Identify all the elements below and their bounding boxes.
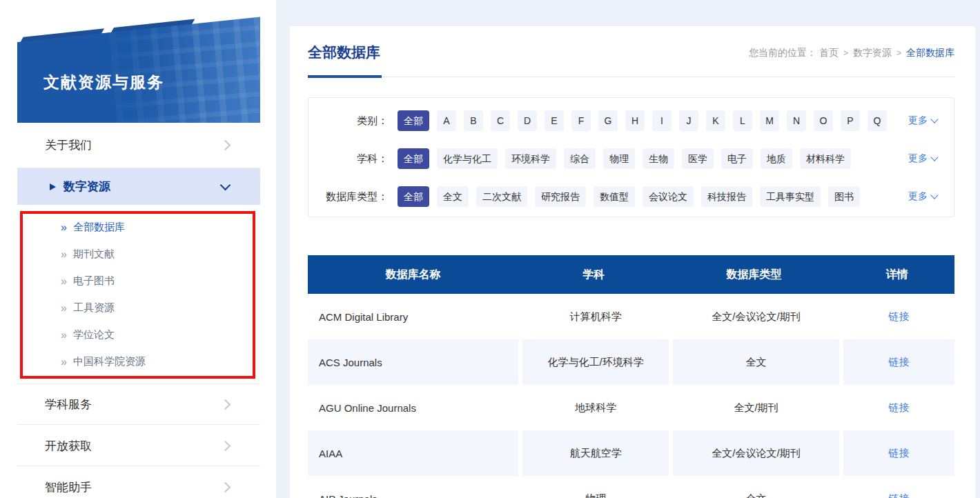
table-row: AIAA航天航空学全文/会议论文/期刊链接 xyxy=(308,430,954,476)
db-type-cell: 全文/期刊 xyxy=(669,385,839,430)
triangle-right-icon xyxy=(50,183,56,190)
sidebar-item-smart-assistant[interactable]: 智能助手 xyxy=(17,467,260,498)
table-body: ACM Digital Library计算机科学全文/会议论文/期刊链接ACS … xyxy=(308,294,954,498)
filter-chip[interactable]: D xyxy=(518,110,537,131)
filter-chip[interactable]: L xyxy=(733,110,752,131)
filter-chip[interactable]: I xyxy=(652,110,672,131)
chevron-down-icon xyxy=(220,179,231,190)
filter-chip[interactable]: 全部 xyxy=(398,148,429,169)
submenu-item-label: 期刊文献 xyxy=(73,248,115,261)
detail-cell: 链接 xyxy=(839,294,954,339)
more-link[interactable]: 更多 xyxy=(908,190,937,203)
filter-chip[interactable]: 综合 xyxy=(564,148,596,169)
db-type-cell: 全文/会议论文/期刊 xyxy=(669,430,839,476)
filter-chip[interactable]: J xyxy=(679,110,698,131)
filter-chip[interactable]: K xyxy=(706,110,725,131)
filter-chip[interactable]: H xyxy=(625,110,645,131)
filter-chip[interactable]: P xyxy=(841,110,860,131)
sidebar-item-about[interactable]: 关于我们 xyxy=(17,123,260,168)
subject-cell: 化学与化工/环境科学 xyxy=(518,339,668,385)
filter-chip[interactable]: F xyxy=(571,110,591,131)
detail-cell: 链接 xyxy=(839,339,954,385)
filter-chip[interactable]: 全文 xyxy=(437,186,469,207)
sidebar-banner-title: 文献资源与服务 xyxy=(43,72,164,93)
more-link[interactable]: 更多 xyxy=(908,114,937,127)
detail-link[interactable]: 链接 xyxy=(889,492,910,498)
detail-link[interactable]: 链接 xyxy=(889,401,910,413)
table-header-cell: 数据库类型 xyxy=(669,255,839,294)
db-name-cell: ACS Journals xyxy=(308,339,518,385)
page-header: 全部数据库 您当前的位置： 首页>数字资源>全部数据库 xyxy=(308,26,954,77)
submenu-item[interactable]: »期刊文献 xyxy=(17,241,260,268)
filter-chip[interactable]: 研究报告 xyxy=(535,186,586,207)
db-name-cell: ACM Digital Library xyxy=(308,294,518,339)
filter-chip[interactable]: 材料科学 xyxy=(800,148,851,169)
table-header-cell: 详情 xyxy=(839,255,954,294)
page-title: 全部数据库 xyxy=(308,43,380,62)
filter-chip[interactable]: 图书 xyxy=(828,186,860,207)
breadcrumb-prefix: 您当前的位置： xyxy=(749,47,816,58)
double-arrow-icon: » xyxy=(61,329,67,341)
subject-cell: 物理 xyxy=(518,476,668,498)
submenu-item[interactable]: »学位论文 xyxy=(17,321,260,348)
filter-chip[interactable]: 电子 xyxy=(721,148,753,169)
filter-chip[interactable]: 二次文献 xyxy=(476,186,527,207)
detail-link[interactable]: 链接 xyxy=(889,356,910,368)
table-row: ACM Digital Library计算机科学全文/会议论文/期刊链接 xyxy=(308,294,954,339)
breadcrumb-separator: > xyxy=(843,48,848,58)
table-header-cell: 学科 xyxy=(518,255,668,294)
sidebar-item-label: 数字资源 xyxy=(63,179,222,195)
breadcrumb-item[interactable]: 全部数据库 xyxy=(906,47,954,58)
filter-chip[interactable]: B xyxy=(464,110,483,131)
filter-panel: 类别： 全部ABCDEFGHIJKLMNOPQ 更多 学科： 全部化学与化工环境… xyxy=(308,97,954,217)
submenu-item[interactable]: »电子图书 xyxy=(17,268,260,295)
double-arrow-icon: » xyxy=(61,221,67,234)
sidebar-item-open-access[interactable]: 开放获取 xyxy=(17,426,260,466)
chevron-down-icon xyxy=(930,191,938,199)
filter-chip[interactable]: 化学与化工 xyxy=(437,148,498,169)
detail-link[interactable]: 链接 xyxy=(889,447,910,459)
filter-chip[interactable]: 数值型 xyxy=(594,186,635,207)
sidebar-item-digital-resources[interactable]: 数字资源 xyxy=(17,168,260,205)
breadcrumb-item[interactable]: 首页 xyxy=(819,47,839,58)
filter-chip[interactable]: 全部 xyxy=(398,110,429,131)
table-header-cell: 数据库名称 xyxy=(308,255,518,294)
filter-chip[interactable]: 医学 xyxy=(682,148,714,169)
chevron-right-icon xyxy=(220,482,231,493)
filter-chip[interactable]: O xyxy=(814,110,833,131)
filter-chip[interactable]: 全部 xyxy=(398,186,429,207)
filter-chip[interactable]: 科技报告 xyxy=(701,186,752,207)
filter-chip[interactable]: 物理 xyxy=(603,148,635,169)
filter-chip[interactable]: N xyxy=(787,110,806,131)
filter-chip[interactable]: C xyxy=(491,110,510,131)
submenu-item[interactable]: »工具资源 xyxy=(17,295,260,321)
sidebar-item-label: 学科服务 xyxy=(45,397,222,412)
filter-chip[interactable]: 工具事实型 xyxy=(760,186,821,207)
more-link[interactable]: 更多 xyxy=(908,152,937,165)
filter-chip[interactable]: Q xyxy=(868,110,887,131)
table-row: AIP Journals物理全文链接 xyxy=(308,476,954,498)
submenu-item[interactable]: »全部数据库 xyxy=(17,214,260,241)
filter-chip[interactable]: 会议论文 xyxy=(643,186,694,207)
submenu-item-label: 工具资源 xyxy=(73,301,115,315)
filter-chip[interactable]: M xyxy=(760,110,779,131)
submenu-item[interactable]: »中国科学院资源 xyxy=(17,348,260,375)
double-arrow-icon: » xyxy=(61,302,67,315)
double-arrow-icon: » xyxy=(61,248,67,261)
sidebar-item-subject-services[interactable]: 学科服务 xyxy=(17,384,260,425)
digital-resources-submenu: »全部数据库»期刊文献»电子图书»工具资源»学位论文»中国科学院资源 xyxy=(17,214,260,375)
filter-chip[interactable]: E xyxy=(545,110,564,131)
subject-cell: 计算机科学 xyxy=(518,294,668,339)
filter-chip[interactable]: 地质 xyxy=(761,148,792,169)
main-content: 全部数据库 您当前的位置： 首页>数字资源>全部数据库 类别： 全部ABCDEF… xyxy=(290,26,975,498)
filter-chip[interactable]: A xyxy=(437,110,456,131)
filter-chip[interactable]: 生物 xyxy=(643,148,674,169)
detail-link[interactable]: 链接 xyxy=(889,310,910,322)
subject-cell: 地球科学 xyxy=(518,385,668,430)
breadcrumb-item[interactable]: 数字资源 xyxy=(853,47,892,58)
filter-row-category: 类别： 全部ABCDEFGHIJKLMNOPQ 更多 xyxy=(308,110,937,131)
filter-chip[interactable]: G xyxy=(598,110,618,131)
db-name-cell: AGU Online Journals xyxy=(308,385,518,430)
submenu-item-label: 中国科学院资源 xyxy=(73,355,146,368)
filter-chip[interactable]: 环境科学 xyxy=(505,148,556,169)
